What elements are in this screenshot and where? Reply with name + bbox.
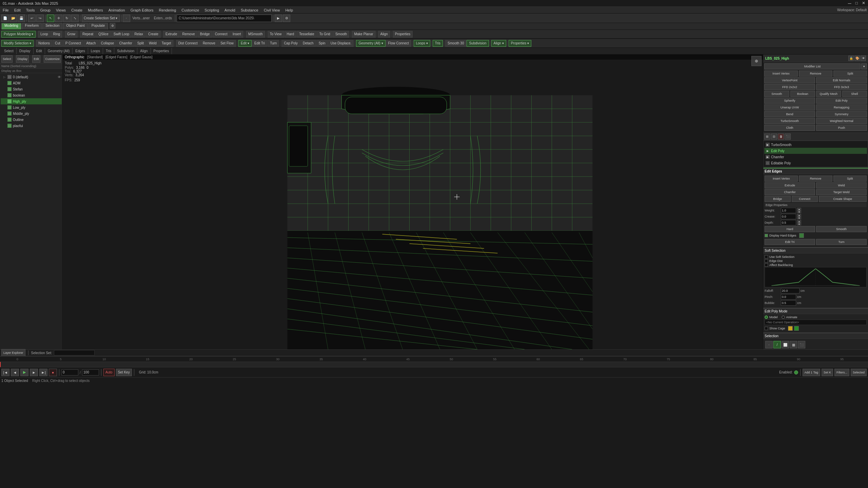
ee-smooth[interactable]: Smooth xyxy=(816,226,867,232)
section-display[interactable]: Display xyxy=(17,48,34,54)
tab-selection[interactable]: Selection xyxy=(42,23,62,29)
weight-input[interactable] xyxy=(781,208,796,213)
stack-icon-3[interactable]: 🗑 xyxy=(778,134,784,140)
mod-remapping[interactable]: Remapping xyxy=(816,104,867,110)
section-geometry[interactable]: Geometry (All) xyxy=(45,48,73,54)
undo-btn[interactable]: ↩ xyxy=(28,15,36,22)
msmooth-btn[interactable]: MSmooth xyxy=(246,31,265,38)
edit-btn-lp[interactable]: Edit xyxy=(32,55,40,63)
dist-connect-btn[interactable]: Dist Connect xyxy=(176,40,200,47)
redo-btn[interactable]: ↪ xyxy=(36,15,44,22)
mod-shell[interactable]: Shell xyxy=(842,91,867,97)
falloff-input[interactable] xyxy=(781,288,800,293)
menu-substance[interactable]: Substance xyxy=(239,8,260,12)
render-settings[interactable]: ⚙ xyxy=(283,15,290,22)
notions-btn[interactable]: Notions xyxy=(36,40,52,47)
smooth-btn[interactable]: Smooth xyxy=(333,31,349,38)
mod-vertexpoint[interactable]: VertexPoint xyxy=(764,77,815,83)
crease-up[interactable]: ▲ xyxy=(797,214,801,217)
subdivision-btn[interactable]: Subdivision xyxy=(467,40,489,47)
loops-btn[interactable]: Loops ▾ xyxy=(414,40,430,47)
mod-boolean[interactable]: Boolean xyxy=(790,91,815,97)
ee-chamfer[interactable]: Chamfer xyxy=(765,189,815,195)
menu-group[interactable]: Group xyxy=(39,8,52,12)
rp-icon-eye[interactable]: 👁 xyxy=(861,56,866,61)
stack-chamfer[interactable]: ▶ Chamfer xyxy=(764,154,867,160)
ee-connect[interactable]: Connect xyxy=(792,196,818,202)
viewport-orientation-icon[interactable]: ⊕ xyxy=(751,56,762,66)
section-select[interactable]: Select xyxy=(1,48,17,54)
relax-btn[interactable]: Relax xyxy=(132,31,145,38)
ee-remove[interactable]: Remove xyxy=(799,176,832,182)
mod-insert-vertex[interactable]: Insert Vertex xyxy=(764,70,798,77)
rotate-btn[interactable]: ↻ xyxy=(63,15,71,22)
properties-btn[interactable]: Properties xyxy=(393,31,413,38)
scale-btn[interactable]: ⤡ xyxy=(71,15,79,22)
section-edges[interactable]: Edges xyxy=(73,48,88,54)
weight-up[interactable]: ▲ xyxy=(797,208,801,210)
stack-turbosmooth[interactable]: ▶ TurboSmooth xyxy=(764,142,867,148)
show-cage-check[interactable] xyxy=(765,327,768,330)
mod-spherify[interactable]: Spherify xyxy=(764,98,815,104)
vp-tab-standard[interactable]: [Standard] xyxy=(87,55,103,59)
tree-item-stefan[interactable]: □ Stefan xyxy=(1,86,62,92)
display-hard-edges-check[interactable] xyxy=(765,234,768,237)
select-btn-lp[interactable]: Select xyxy=(1,55,13,63)
collapse-btn[interactable]: Collapse xyxy=(99,40,117,47)
mod-turbosmooth[interactable]: TurboSmooth xyxy=(764,118,815,124)
stack-editable-poly[interactable]: □ Editable Poly xyxy=(764,160,867,166)
ee-insert-vertex[interactable]: Insert Vertex xyxy=(765,176,798,182)
section-properties[interactable]: Properties xyxy=(151,48,172,54)
layer-explorer-btn[interactable]: Layer Explorer xyxy=(1,349,25,357)
add-tag-btn[interactable]: Add 1 Tag xyxy=(803,369,820,376)
modify-selection-btn[interactable]: Modify Selection ▾ xyxy=(1,40,34,47)
geometry-all-btn[interactable]: Geometry (All) ▾ xyxy=(356,40,385,47)
cage-color1[interactable] xyxy=(788,326,793,331)
sel-icon-edge[interactable]: / xyxy=(773,341,781,348)
detach-btn[interactable]: Detach xyxy=(300,40,316,47)
open-btn[interactable]: 📂 xyxy=(9,15,17,22)
align-section-btn[interactable]: Align xyxy=(378,31,390,38)
mode-animate-radio[interactable] xyxy=(782,316,785,319)
menu-tools[interactable]: Tools xyxy=(25,8,36,12)
pinch-input[interactable] xyxy=(781,294,796,300)
mod-push[interactable]: Push xyxy=(816,125,867,131)
connect-btn[interactable]: Connect xyxy=(213,31,230,38)
select-btn[interactable]: ↖ xyxy=(47,15,54,22)
depth-input[interactable] xyxy=(781,220,796,225)
tab-freeform[interactable]: Freeform xyxy=(22,23,42,29)
edit-tri-btn[interactable]: Edit Tri xyxy=(252,40,267,47)
ee-split[interactable]: Split xyxy=(833,176,867,182)
ee-target-weld[interactable]: Target Weld xyxy=(816,189,867,195)
stack-edit-poly[interactable]: ▶ Edit Poly xyxy=(764,148,867,154)
restore-btn[interactable]: □ xyxy=(855,1,858,6)
vertex-snap[interactable]: · xyxy=(123,15,130,22)
anim-record[interactable]: ● xyxy=(49,369,57,376)
timeline-track[interactable] xyxy=(0,362,868,367)
flow-connect-btn[interactable]: Flow Connect xyxy=(386,40,411,47)
sel-icon-border[interactable]: ⬜ xyxy=(782,341,789,348)
spin-btn[interactable]: Spin xyxy=(316,40,328,47)
polygon-modeling-btn[interactable]: Polygon Modeling ▾ xyxy=(1,31,36,38)
mod-cloth[interactable]: Cloth xyxy=(764,125,815,131)
align-btn[interactable]: Align ▾ xyxy=(491,40,506,47)
anim-play[interactable]: ▶ xyxy=(20,369,28,376)
ee-create-shape[interactable]: Create Shape xyxy=(819,196,867,202)
hard-edge-color[interactable] xyxy=(799,233,804,238)
crease-down[interactable]: ▼ xyxy=(797,217,801,219)
tree-item-low-ply[interactable]: □ Low_ply xyxy=(1,104,62,110)
auto-btn[interactable]: Auto xyxy=(103,369,115,376)
save-btn[interactable]: 💾 xyxy=(18,15,25,22)
section-loops[interactable]: Loops xyxy=(88,48,103,54)
anim-next-frame[interactable]: ► xyxy=(30,369,38,376)
mod-edit-poly[interactable]: Edit Poly xyxy=(816,98,867,104)
mod-unwrap-uvw[interactable]: Unwrap UVW xyxy=(764,104,815,110)
stack-icon-2[interactable]: ⊟ xyxy=(771,134,777,140)
set-key-btn[interactable]: Set Key xyxy=(116,369,132,376)
anim-prev-frame[interactable]: ◄ xyxy=(11,369,19,376)
create-btn[interactable]: Create xyxy=(146,31,161,38)
to-view-btn[interactable]: To View xyxy=(268,31,284,38)
remove-btn2[interactable]: Remove xyxy=(200,40,218,47)
menu-rendering[interactable]: Rendering xyxy=(158,8,178,12)
tab-populate[interactable]: Populate xyxy=(88,23,108,29)
